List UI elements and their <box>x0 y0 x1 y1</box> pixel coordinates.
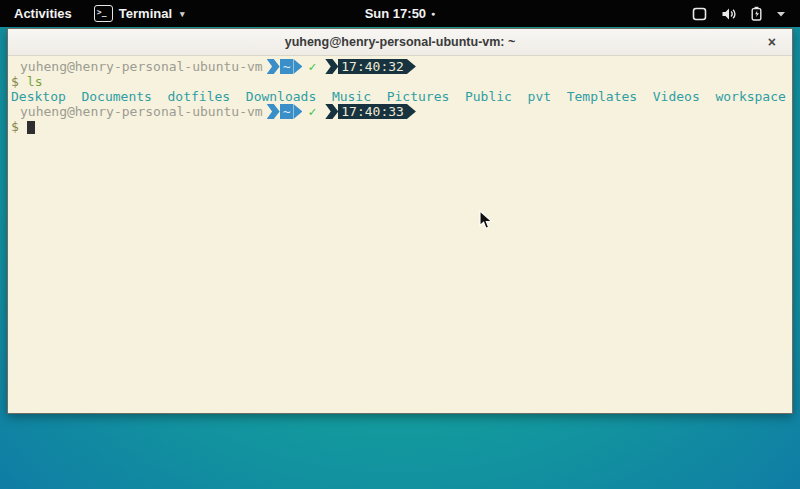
chevron-down-icon: ▾ <box>180 9 185 19</box>
activities-button[interactable]: Activities <box>10 6 76 21</box>
ls-output: Desktop Documents dotfiles Downloads Mus… <box>8 89 792 104</box>
powerline-chevron-icon <box>325 104 338 119</box>
prompt-user: yuheng@henry-personal-ubuntu-vm <box>20 59 263 74</box>
window-titlebar[interactable]: yuheng@henry-personal-ubuntu-vm: ~ × <box>8 29 792 56</box>
prompt-path-segment: ~ <box>280 59 294 74</box>
command-line: $ls <box>8 74 792 89</box>
terminal-icon: >_ <box>94 5 113 22</box>
top-bar: Activities >_ Terminal ▾ Sun 17:50 ● <box>0 0 800 27</box>
checkmark-icon: ✓ <box>308 104 316 119</box>
terminal-content[interactable]: yuheng@henry-personal-ubuntu-vm ~ ✓ 17:4… <box>8 56 792 134</box>
typed-command: ls <box>27 74 43 89</box>
terminal-cursor <box>27 121 35 134</box>
screen-icon <box>692 7 707 21</box>
notification-dot-icon: ● <box>431 10 435 17</box>
prompt-symbol: $ <box>11 119 19 134</box>
app-menu-terminal[interactable]: >_ Terminal ▾ <box>94 5 185 22</box>
prompt-line-1: yuheng@henry-personal-ubuntu-vm ~ ✓ 17:4… <box>8 59 792 74</box>
app-menu-label: Terminal <box>119 6 172 21</box>
window-title: yuheng@henry-personal-ubuntu-vm: ~ <box>285 35 516 49</box>
powerline-chevron-icon <box>267 59 280 74</box>
powerline-point-icon <box>293 104 302 119</box>
prompt-line-2: yuheng@henry-personal-ubuntu-vm ~ ✓ 17:4… <box>8 104 792 119</box>
powerline-chevron-icon <box>325 59 338 74</box>
checkmark-icon: ✓ <box>308 59 316 74</box>
powerline-chevron-icon <box>267 104 280 119</box>
battery-charging-icon <box>751 6 762 21</box>
prompt-time: 17:40:32 <box>338 59 407 74</box>
system-status-area[interactable] <box>692 6 800 21</box>
volume-icon <box>721 7 737 21</box>
prompt-time: 17:40:33 <box>338 104 407 119</box>
terminal-window: yuheng@henry-personal-ubuntu-vm: ~ × yuh… <box>7 28 793 414</box>
prompt-user: yuheng@henry-personal-ubuntu-vm <box>20 104 263 119</box>
powerline-point-icon <box>407 59 416 74</box>
current-command-line: $ <box>8 119 792 134</box>
chevron-down-icon <box>776 10 786 18</box>
prompt-path-segment: ~ <box>280 104 294 119</box>
clock[interactable]: Sun 17:50 <box>365 6 426 21</box>
powerline-point-icon <box>407 104 416 119</box>
prompt-symbol: $ <box>11 74 19 89</box>
close-button[interactable]: × <box>764 29 780 55</box>
powerline-point-icon <box>293 59 302 74</box>
